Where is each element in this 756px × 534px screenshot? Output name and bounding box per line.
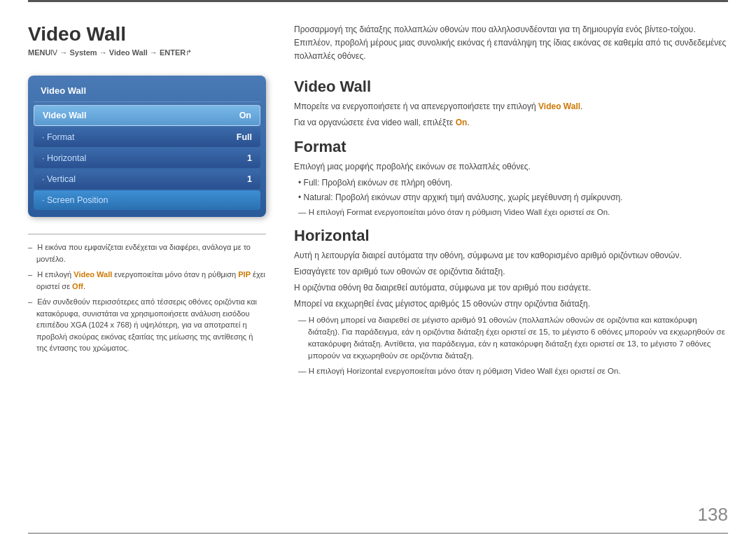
vw-text-2: Για να οργανώσετε ένα video wall, επιλέξ…: [294, 116, 728, 129]
menu-item-format-label: · Format: [42, 132, 75, 142]
notes-section: – Η εικόνα που εμφανίζεται ενδέχεται να …: [28, 234, 266, 358]
menu-item-horizontal-label: · Horizontal: [42, 153, 86, 163]
format-bullet-full: Full: Προβολή εικόνων σε πλήρη οθόνη.: [294, 176, 728, 190]
horiz-note-2: ― Η επιλογή Horizontal ενεργοποιείται μό…: [294, 365, 728, 377]
menu-item-format-value: Full: [237, 132, 252, 142]
section-heading-videowall: Video Wall: [294, 78, 728, 96]
page-number: 138: [698, 504, 728, 526]
menu-item-vertical[interactable]: · Vertical 1: [34, 169, 260, 189]
horiz-text-1: Αυτή η λειτουργία διαιρεί αυτόματα την ο…: [294, 249, 728, 262]
right-column: Προσαρμογή της διάταξης πολλαπλών οθονών…: [294, 23, 728, 487]
horiz-text-4: Μπορεί να εκχωρηθεί ένας μέγιστος αριθμό…: [294, 297, 728, 311]
note-2: – Η επιλογή Video Wall ενεργοποιείται μό…: [28, 269, 266, 292]
page-number-bar: 138: [0, 501, 756, 533]
menu-item-horizontal-value: 1: [247, 153, 252, 163]
page-content: Video Wall MENUⅣ → System → Video Wall →…: [0, 2, 756, 501]
section-heading-horizontal: Horizontal: [294, 227, 728, 245]
menu-item-videowall-value: On: [239, 111, 251, 120]
menu-item-horizontal[interactable]: · Horizontal 1: [34, 148, 260, 168]
menu-ui-box: Video Wall Video Wall On · Format Full ·…: [28, 76, 266, 217]
horiz-text-3: Η οριζόντια οθόνη θα διαιρεθεί αυτόματα,…: [294, 281, 728, 295]
menu-item-screen-position-label: · Screen Position: [42, 195, 108, 205]
intro-text-1: Προσαρμογή της διάταξης πολλαπλών οθονών…: [294, 23, 728, 64]
menu-item-vertical-label: · Vertical: [42, 174, 76, 184]
format-bullet-natural: Natural: Προβολή εικόνων στην αρχική τιμ…: [294, 191, 728, 204]
menu-ui-title: Video Wall: [34, 81, 260, 102]
menu-path: MENUⅣ → System → Video Wall → ENTER↱: [28, 48, 266, 57]
left-column: Video Wall MENUⅣ → System → Video Wall →…: [28, 23, 266, 487]
note-3: – Εάν συνδεθούν περισσότερες από τέσσερι…: [28, 296, 266, 354]
menu-item-format[interactable]: · Format Full: [34, 127, 260, 147]
menu-item-vertical-value: 1: [247, 174, 252, 184]
section-heading-format: Format: [294, 138, 728, 156]
menu-item-screen-position[interactable]: · Screen Position: [34, 190, 260, 210]
horiz-note-1: ― Η οθόνη μπορεί να διαιρεθεί σε μέγιστο…: [294, 314, 728, 363]
vw-text-1: Μπορείτε να ενεργοποιήσετε ή να απενεργο…: [294, 100, 728, 113]
horiz-text-2: Εισαγάγετε τον αριθμό των οθονών σε οριζ…: [294, 265, 728, 279]
format-text-1: Επιλογή μιας μορφής προβολής εικόνων σε …: [294, 160, 728, 174]
note-1: – Η εικόνα που εμφανίζεται ενδέχεται να …: [28, 241, 266, 265]
format-note: ― Η επιλογή Format ενεργοποιείται μόνο ό…: [294, 206, 728, 218]
menu-item-videowall-label: Video Wall: [43, 111, 87, 120]
menu-item-videowall[interactable]: Video Wall On: [34, 105, 260, 126]
page-title: Video Wall: [28, 23, 266, 45]
